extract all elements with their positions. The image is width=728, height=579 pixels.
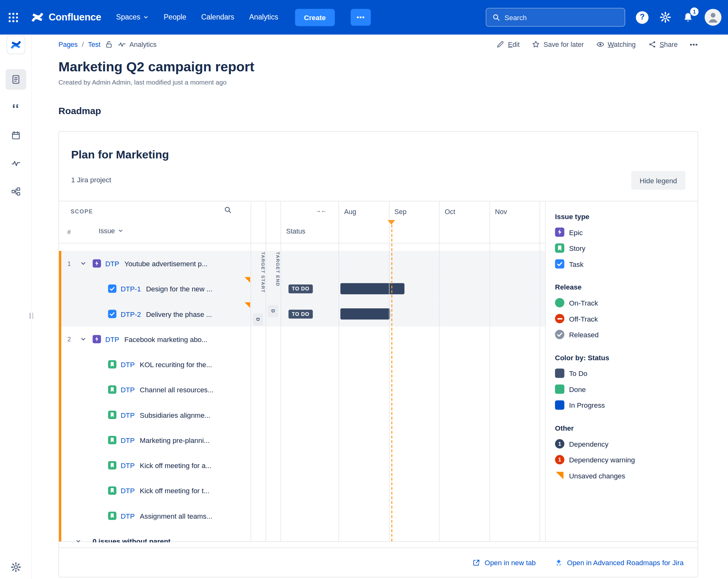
issue-key-link[interactable]: DTP <box>121 462 135 469</box>
target-start-cell <box>251 452 266 478</box>
issue-key-link[interactable]: DTP <box>121 361 135 368</box>
legend-item: In Progress <box>555 397 689 413</box>
timeline-cell <box>339 352 545 377</box>
issue-key-link[interactable]: DTP <box>121 386 135 393</box>
legend-item: Unsaved changes <box>555 468 689 484</box>
issues-without-parent-row[interactable]: 0 issues without parent <box>59 528 545 543</box>
sidebar-calendar-icon[interactable] <box>5 125 26 145</box>
issue-key-link[interactable]: DTP <box>105 259 119 268</box>
open-advanced-roadmaps-link[interactable]: Open in Advanced Roadmaps for Jira <box>554 558 684 567</box>
watching-button[interactable]: Watching <box>596 40 635 49</box>
page-more-button[interactable]: ••• <box>690 40 698 48</box>
status-column-header: Status <box>286 227 306 235</box>
roadmap-row[interactable]: DTP-2Delivery the phase ...TO DO <box>59 301 545 327</box>
space-logo-icon[interactable] <box>6 35 25 54</box>
share-icon <box>648 40 656 49</box>
chevron-down-icon[interactable] <box>80 260 93 267</box>
help-icon[interactable]: ? <box>636 11 648 24</box>
user-avatar-icon[interactable] <box>705 9 722 26</box>
scope-header: SCOPE <box>71 209 93 215</box>
roadmap-row[interactable]: DTPSubsidiaries alignme... <box>59 402 545 428</box>
roadmap-row[interactable]: DTPChannel all resources... <box>59 377 545 402</box>
hide-legend-button[interactable]: Hide legend <box>631 171 685 190</box>
sidebar-analytics-pulse-icon[interactable] <box>5 153 26 173</box>
settings-gear-icon[interactable] <box>659 11 672 24</box>
target-end-cell <box>265 251 281 276</box>
status-cell <box>281 503 339 528</box>
nav-people[interactable]: People <box>163 13 186 22</box>
breadcrumb-pages[interactable]: Pages <box>58 40 78 48</box>
legend-item: Done <box>555 381 689 397</box>
nav-calendars[interactable]: Calendars <box>201 13 234 22</box>
global-search[interactable] <box>486 8 625 26</box>
roadmap-table: SCOPE # Issue Status →← AugSepOctNov <box>59 201 698 542</box>
page-byline: Created by Admin Admin, last modified ju… <box>58 79 698 86</box>
legend-label: In Progress <box>569 401 605 409</box>
analytics-pulse-icon <box>118 40 126 49</box>
sidebar-page-tree-icon[interactable] <box>5 182 26 202</box>
issue-key-link[interactable]: DTP-1 <box>121 285 140 293</box>
chevron-down-icon <box>143 15 149 20</box>
timeline-cell <box>339 251 545 276</box>
roadmap-row[interactable]: 1DTPYoutube advertisement p... <box>59 251 545 276</box>
issue-key-link[interactable]: DTP <box>105 335 119 343</box>
save-for-later-button[interactable]: Save for later <box>532 40 583 49</box>
issue-key-link[interactable]: DTP <box>121 512 135 520</box>
scope-cell: DTPKick off meeting for a... <box>59 452 251 478</box>
space-settings-gear-icon[interactable] <box>6 557 26 577</box>
roadmap-row[interactable]: DTPAssignment all teams... <box>59 503 545 528</box>
watching-label: Watching <box>608 40 636 48</box>
issue-summary: KOL recuriting for the... <box>140 361 212 368</box>
roadmap-row[interactable]: DTPKOL recuriting for the... <box>59 352 545 377</box>
legend-label: Done <box>569 385 586 393</box>
chevron-down-icon[interactable] <box>80 336 93 342</box>
scope-cell: DTPKOL recuriting for the... <box>59 352 251 377</box>
nav-spaces[interactable]: Spaces <box>116 13 149 22</box>
story-icon <box>108 461 116 470</box>
page-analytics-button[interactable]: Analytics <box>118 40 157 49</box>
breadcrumb-space[interactable]: Test <box>88 40 101 48</box>
gantt-bar[interactable] <box>340 283 405 295</box>
scope-cell: 1DTPYoutube advertisement p... <box>59 251 251 276</box>
nav-more-button[interactable]: ••• <box>350 9 371 26</box>
roadmap-row[interactable]: DTPMarketing pre-planni... <box>59 428 545 452</box>
roadmap-row[interactable]: DTPKick off meeting for a... <box>59 452 545 478</box>
collapse-columns-icon[interactable]: →← <box>315 207 327 214</box>
roadmap-row[interactable]: DTP-1Design for the new ...TO DO <box>59 276 545 301</box>
roadmap-row[interactable]: 2DTPFacebook marketing abo... <box>59 327 545 352</box>
target-start-cell <box>251 377 266 402</box>
confluence-home-link[interactable]: Confluence <box>30 10 101 25</box>
issue-key-link[interactable]: DTP <box>121 436 135 444</box>
section-heading: Roadmap <box>58 105 698 116</box>
search-input[interactable] <box>504 13 619 21</box>
sidebar-quote-icon[interactable] <box>5 97 26 117</box>
target-start-cell <box>251 301 266 327</box>
open-new-tab-link[interactable]: Open in new tab <box>472 558 536 567</box>
unlock-icon[interactable] <box>105 40 113 49</box>
issue-summary: Marketing pre-planni... <box>140 436 210 444</box>
target-start-cell <box>251 428 266 452</box>
issue-key-link[interactable]: DTP <box>121 487 135 494</box>
sidebar-resize-handle[interactable] <box>29 311 34 321</box>
roadmap-row[interactable]: DTPKick off meeting for t... <box>59 478 545 503</box>
scope-cell: DTPMarketing pre-planni... <box>59 428 251 452</box>
gantt-bar[interactable] <box>340 308 390 320</box>
issue-key-link[interactable]: DTP-2 <box>121 310 140 318</box>
issue-summary: Assignment all teams... <box>140 512 212 520</box>
story-icon <box>108 512 116 520</box>
share-button[interactable]: Share <box>648 40 678 49</box>
create-button[interactable]: Create <box>295 8 335 26</box>
notifications-bell-icon[interactable]: 1 <box>682 11 694 23</box>
nav-analytics[interactable]: Analytics <box>249 13 278 22</box>
target-end-cell <box>265 478 281 503</box>
confluence-app: Confluence Spaces People Calendars Analy… <box>0 0 728 579</box>
sidebar-pages-icon[interactable] <box>5 69 26 90</box>
issue-summary: Facebook marketing abo... <box>124 335 207 343</box>
legend-item: Epic <box>555 224 689 240</box>
app-switcher-icon[interactable] <box>7 11 19 23</box>
edit-button[interactable]: Edit <box>496 40 519 49</box>
scope-search-icon[interactable] <box>224 205 232 214</box>
issue-column-header[interactable]: Issue <box>99 227 123 235</box>
issue-key-link[interactable]: DTP <box>121 411 135 419</box>
status-cell <box>281 327 339 352</box>
